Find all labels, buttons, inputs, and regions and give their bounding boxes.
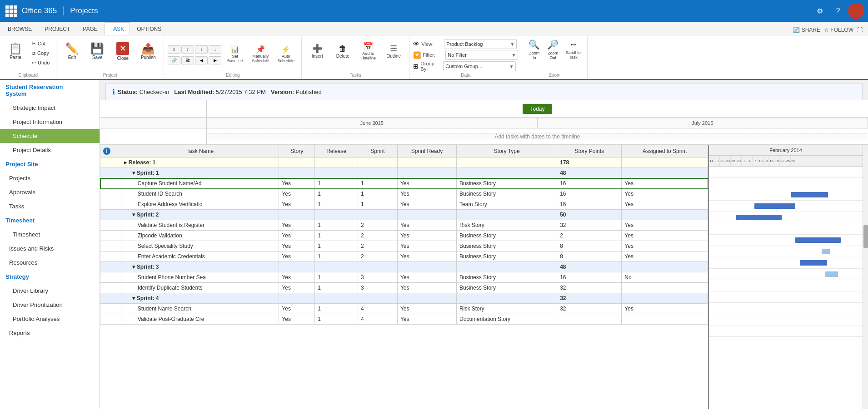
save-button[interactable]: 💾 Save xyxy=(85,37,109,65)
tab-task[interactable]: TASK xyxy=(105,22,130,35)
row-task-name[interactable]: Student ID Search xyxy=(121,189,279,199)
sidebar-item-project-info[interactable]: Project Information xyxy=(0,115,100,129)
set-baseline-button[interactable]: 📊 SetBaseline xyxy=(223,40,247,69)
move-down-icon[interactable]: ↓ xyxy=(209,45,221,54)
table-row[interactable]: Identify Duplicate Students Yes 1 3 Yes … xyxy=(100,283,708,293)
row-task-name[interactable]: Explore Address Verificatio xyxy=(121,199,279,210)
sidebar-item-project-details[interactable]: Project Details xyxy=(0,143,100,157)
table-row[interactable]: Select Speciality Study Yes 1 2 Yes Busi… xyxy=(100,241,708,251)
paste-button[interactable]: 📋 Paste xyxy=(4,37,27,65)
indent-right-icon[interactable]: ▶ xyxy=(209,56,221,64)
table-row[interactable]: ▾Sprint: 2 50 xyxy=(100,210,708,220)
indent-down-icon[interactable]: ⇩ xyxy=(168,45,180,54)
sidebar-item-project-site[interactable]: Project Site xyxy=(0,157,100,171)
table-row[interactable]: Enter Academic Credentials Yes 1 2 Yes B… xyxy=(100,251,708,262)
sidebar-item-reports[interactable]: Reports xyxy=(0,326,100,340)
row-task-name[interactable]: ▾Sprint: 3 xyxy=(121,262,279,272)
row-task-name[interactable]: Identify Duplicate Students xyxy=(121,283,279,293)
col-sprint[interactable]: Sprint xyxy=(358,145,398,158)
zoom-in-button[interactable]: 🔍 ZoomIn xyxy=(526,37,543,62)
group-select[interactable]: Custom Group... ▼ xyxy=(443,61,516,71)
sidebar-item-strategic[interactable]: Strategic Impact xyxy=(0,101,100,115)
tab-browse[interactable]: BROWSE xyxy=(2,22,38,35)
tab-options[interactable]: OPTIONS xyxy=(131,22,167,35)
row-task-name[interactable]: Enter Academic Credentials xyxy=(121,251,279,262)
sidebar-item-driver-prio[interactable]: Driver Prioritization xyxy=(0,298,100,312)
col-assigned[interactable]: Assigned to Sprint xyxy=(622,145,708,158)
publish-button[interactable]: 📤 Publish xyxy=(136,37,160,65)
edit-button[interactable]: ✏️ Edit xyxy=(60,37,84,65)
table-row[interactable]: Student Phone Number Sea Yes 1 3 Yes Bus… xyxy=(100,272,708,283)
table-row[interactable]: ▸Release: 1 178 xyxy=(100,158,708,168)
col-story-points[interactable]: Story Points xyxy=(557,145,622,158)
row-task-name[interactable]: ▾Sprint: 1 xyxy=(121,168,279,178)
col-task-name[interactable]: Task Name xyxy=(121,145,279,158)
sidebar-item-strategy-header[interactable]: Strategy xyxy=(0,270,100,284)
insert-button[interactable]: ➕ Insert xyxy=(305,37,329,65)
row-task-name[interactable]: Validate Student is Register xyxy=(121,220,279,231)
sidebar-item-tasks[interactable]: Tasks xyxy=(0,199,100,213)
view-select[interactable]: Product Backlog ▼ xyxy=(444,39,517,49)
indent-up-icon[interactable]: ⇧ xyxy=(181,45,194,54)
row-task-name[interactable]: ▾Sprint: 2 xyxy=(121,210,279,220)
follow-link[interactable]: ☆ FOLLOW xyxy=(824,27,853,33)
sidebar-item-projects[interactable]: Projects xyxy=(0,171,100,185)
scrollbar-thumb[interactable] xyxy=(863,225,868,248)
sidebar-item-approvals[interactable]: Approvals xyxy=(0,185,100,199)
vertical-scrollbar[interactable] xyxy=(863,145,868,409)
link-icon[interactable]: 🔗 xyxy=(168,56,180,64)
sidebar-item-timesheet[interactable]: Timesheet xyxy=(0,227,100,241)
table-row[interactable]: Explore Address Verificatio Yes 1 1 Yes … xyxy=(100,199,708,210)
row-task-name[interactable]: Zipcode Validation xyxy=(121,231,279,241)
share-link[interactable]: 🔄 SHARE xyxy=(793,27,820,33)
help-icon[interactable]: ? xyxy=(830,3,846,19)
close-button[interactable]: ✕ Close xyxy=(111,37,135,65)
sidebar-item-student-res[interactable]: Student ReservationSystem xyxy=(0,80,100,101)
row-task-name[interactable]: Student Phone Number Sea xyxy=(121,272,279,283)
sidebar-item-portfolio[interactable]: Portfolio Analyses xyxy=(0,312,100,326)
waffle-menu[interactable] xyxy=(4,4,18,18)
table-row[interactable]: Validate Student is Register Yes 1 2 Yes… xyxy=(100,220,708,231)
sidebar-item-issues[interactable]: Issues and Risks xyxy=(0,241,100,256)
table-row[interactable]: ▾Sprint: 3 48 xyxy=(100,262,708,272)
delete-button[interactable]: 🗑 Delete xyxy=(331,37,354,65)
sidebar-item-resources[interactable]: Resources xyxy=(0,256,100,270)
col-story-type[interactable]: Story Type xyxy=(457,145,557,158)
row-task-name[interactable]: Validate Post-Graduate Cre xyxy=(121,314,279,325)
today-button[interactable]: Today xyxy=(523,104,552,114)
copy-button[interactable]: ⧉ Copy xyxy=(29,49,52,58)
table-row[interactable]: ▾Sprint: 1 48 xyxy=(100,168,708,178)
row-task-name[interactable]: ▸Release: 1 xyxy=(121,158,279,168)
auto-schedule-button[interactable]: ⚡ AutoSchedule xyxy=(274,40,298,69)
row-task-name[interactable]: ▾Sprint: 4 xyxy=(121,293,279,304)
scroll-task-button[interactable]: ↔ Scroll toTask xyxy=(563,37,584,61)
gear-icon[interactable]: ⚙ xyxy=(812,3,828,19)
sidebar-item-timesheet-header[interactable]: Timesheet xyxy=(0,213,100,227)
unlink-icon[interactable]: ⛓ xyxy=(181,56,194,64)
row-task-name[interactable]: Student Name Search xyxy=(121,304,279,314)
cut-button[interactable]: ✂ Cut xyxy=(29,39,52,48)
outline-button[interactable]: ☰ Outline xyxy=(382,37,405,65)
undo-button[interactable]: ↩ Undo xyxy=(29,58,52,67)
table-row[interactable]: Student Name Search Yes 1 4 Yes Risk Sto… xyxy=(100,304,708,314)
indent-left-icon[interactable]: ◀ xyxy=(195,56,208,64)
table-row[interactable]: Zipcode Validation Yes 1 2 Yes Business … xyxy=(100,231,708,241)
row-task-name[interactable]: Select Speciality Study xyxy=(121,241,279,251)
filter-select[interactable]: No Filter ▼ xyxy=(445,50,518,60)
col-story[interactable]: Story xyxy=(279,145,315,158)
table-row[interactable]: Student ID Search Yes 1 1 Yes Business S… xyxy=(100,189,708,199)
fullscreen-link[interactable]: ⛶ xyxy=(857,27,863,33)
table-row[interactable]: ▾Sprint: 4 32 xyxy=(100,293,708,304)
tab-page[interactable]: PAGE xyxy=(77,22,103,35)
col-sprint-ready[interactable]: Sprint Ready xyxy=(397,145,456,158)
user-avatar[interactable] xyxy=(848,3,864,19)
row-task-name[interactable]: Capture Student Name/Ad xyxy=(121,178,279,189)
sidebar-item-driver-lib[interactable]: Driver Library xyxy=(0,284,100,298)
add-to-timeline-button[interactable]: 📅 Add toTimeline xyxy=(356,37,380,65)
zoom-out-button[interactable]: 🔎 ZoomOut xyxy=(544,37,561,62)
tab-project[interactable]: PROJECT xyxy=(39,22,76,35)
move-up-icon[interactable]: ↑ xyxy=(195,45,208,54)
table-row[interactable]: Capture Student Name/Ad Yes 1 1 Yes Busi… xyxy=(100,178,708,189)
manually-schedule-button[interactable]: 📌 ManuallySchedule xyxy=(249,40,272,69)
col-release[interactable]: Release xyxy=(315,145,358,158)
